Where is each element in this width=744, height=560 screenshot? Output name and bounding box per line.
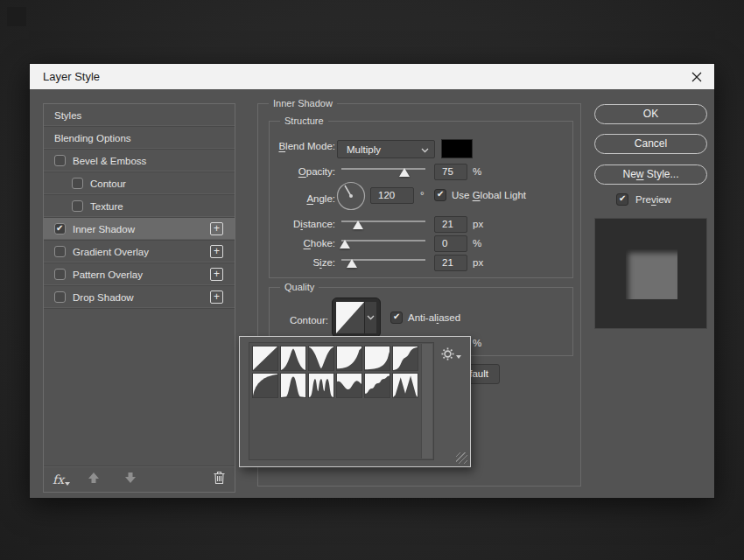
add-effect-instance-button[interactable]: + xyxy=(210,222,223,235)
choke-input[interactable]: 0 xyxy=(434,235,467,252)
delete-effect-button[interactable] xyxy=(213,471,226,488)
distance-label: Distance: xyxy=(270,219,335,229)
opacity-unit: % xyxy=(473,166,481,177)
distance-input[interactable]: 21 xyxy=(434,216,467,233)
contour-picker-button[interactable] xyxy=(332,298,381,338)
contour-preset-cove-shallow-icon[interactable] xyxy=(364,346,390,371)
sidebar-item-bevel-emboss[interactable]: Bevel & Emboss xyxy=(44,150,235,172)
anti-aliased-checkbox[interactable] xyxy=(390,312,403,324)
noise-unit: % xyxy=(473,338,481,348)
distance-unit: px xyxy=(473,219,483,229)
contour-preset-rolling-slope-descending-icon[interactable] xyxy=(336,373,362,398)
close-icon xyxy=(691,72,702,82)
effect-enable-checkbox[interactable] xyxy=(54,223,66,234)
add-effect-instance-button[interactable]: + xyxy=(210,268,223,281)
sidebar-item-label: Contour xyxy=(90,178,126,189)
arrow-up-icon xyxy=(87,471,101,485)
angle-dial-center xyxy=(349,194,353,198)
add-effect-instance-button[interactable]: + xyxy=(210,290,223,304)
use-global-light-label: Use Global Light xyxy=(452,190,526,200)
angle-input[interactable]: 120 xyxy=(370,187,414,204)
close-button[interactable] xyxy=(688,68,705,86)
angle-label: Angle: xyxy=(270,193,335,204)
preview-checkbox[interactable] xyxy=(616,193,628,206)
contour-preset-popup xyxy=(239,336,471,467)
sidebar-item-label: Texture xyxy=(90,201,123,212)
effect-enable-checkbox[interactable] xyxy=(54,155,66,166)
contour-preset-cone-icon[interactable] xyxy=(280,346,306,371)
ok-button[interactable]: OK xyxy=(594,104,707,124)
effect-enable-checkbox[interactable] xyxy=(72,178,83,189)
use-global-light-checkbox[interactable] xyxy=(434,189,446,201)
blend-mode-label: Blend Mode: xyxy=(270,141,335,151)
sidebar-item-label: Blending Options xyxy=(54,133,131,144)
contour-preset-ring-icon[interactable] xyxy=(280,373,306,398)
contour-preset-sawtooth-1-icon[interactable] xyxy=(392,373,418,398)
sidebar-footer: fx xyxy=(44,466,235,492)
preset-menu-button[interactable] xyxy=(441,347,461,360)
angle-dial[interactable] xyxy=(336,181,366,214)
blend-mode-value: Multiply xyxy=(347,144,381,155)
slider-thumb[interactable] xyxy=(399,168,410,177)
effect-enable-checkbox[interactable] xyxy=(54,246,66,257)
contour-preset-grid xyxy=(252,346,418,398)
choke-slider[interactable] xyxy=(341,237,425,248)
contour-preset-rounded-steps-icon[interactable] xyxy=(364,373,390,398)
distance-slider[interactable] xyxy=(341,218,425,228)
dialog-title: Layer Style xyxy=(30,70,100,83)
contour-preset-cove-deep-icon[interactable] xyxy=(336,346,362,371)
opacity-input[interactable]: 75 xyxy=(434,164,467,180)
move-effect-up-button[interactable] xyxy=(87,471,101,488)
contour-preset-linear-icon[interactable] xyxy=(252,346,278,371)
sidebar-list: StylesBlending OptionsBevel & EmbossCont… xyxy=(44,104,235,309)
cancel-button[interactable]: Cancel xyxy=(594,134,707,154)
structure-legend: Structure xyxy=(280,116,328,126)
contour-dropdown-arrow[interactable] xyxy=(364,302,376,333)
popup-scrollbar[interactable] xyxy=(421,344,432,458)
contour-preset-ring-double-icon[interactable] xyxy=(308,373,334,398)
dialog-titlebar[interactable]: Layer Style xyxy=(30,64,714,89)
move-effect-down-button[interactable] xyxy=(123,471,137,488)
effect-enable-checkbox[interactable] xyxy=(54,269,66,280)
sidebar-item-blending-options[interactable]: Blending Options xyxy=(44,127,235,150)
effect-preview-thumbnail xyxy=(594,218,707,329)
sidebar-item-texture[interactable]: Texture xyxy=(44,195,235,218)
sidebar-item-contour[interactable]: Contour xyxy=(44,172,235,195)
sidebar-item-drop-shadow[interactable]: Drop Shadow+ xyxy=(44,286,235,309)
choke-label: Choke: xyxy=(270,238,335,248)
slider-thumb[interactable] xyxy=(353,220,363,229)
new-style-button[interactable]: New Style... xyxy=(594,164,707,185)
trash-icon xyxy=(213,471,226,485)
effect-enable-checkbox[interactable] xyxy=(54,291,66,303)
chevron-down-icon xyxy=(367,315,375,320)
sidebar-item-pattern-overlay[interactable]: Pattern Overlay+ xyxy=(44,263,235,286)
contour-preset-half-round-icon[interactable] xyxy=(252,373,278,398)
size-label: Size: xyxy=(270,257,335,268)
popup-resize-grip[interactable] xyxy=(456,452,467,464)
angle-dial-needle xyxy=(345,186,351,196)
contour-preset-well xyxy=(249,342,434,460)
blend-mode-dropdown[interactable]: Multiply xyxy=(337,140,435,158)
desktop: Layer Style StylesBlending OptionsBevel … xyxy=(0,0,744,560)
anti-aliased-label: Anti-aliased xyxy=(408,312,460,323)
size-slider[interactable] xyxy=(341,256,425,267)
add-effect-instance-button[interactable]: + xyxy=(210,245,223,258)
fx-menu-button[interactable]: fx xyxy=(53,472,64,486)
chevron-down-icon xyxy=(421,148,429,153)
sidebar-item-inner-shadow[interactable]: Inner Shadow+ xyxy=(44,218,235,241)
effect-enable-checkbox[interactable] xyxy=(72,200,83,212)
shadow-color-swatch[interactable] xyxy=(441,139,473,158)
inner-shadow-legend: Inner Shadow xyxy=(269,98,337,108)
sidebar-item-gradient-overlay[interactable]: Gradient Overlay+ xyxy=(44,241,235,263)
fx-caret-icon xyxy=(65,482,70,486)
size-unit: px xyxy=(473,257,483,268)
slider-thumb[interactable] xyxy=(340,240,350,248)
sidebar-item-styles[interactable]: Styles xyxy=(44,104,235,127)
contour-preset-gaussian-icon[interactable] xyxy=(392,346,418,371)
contour-preset-cone-inverted-icon[interactable] xyxy=(308,346,334,371)
sidebar-item-label: Bevel & Emboss xyxy=(73,156,146,166)
size-input[interactable]: 21 xyxy=(434,255,467,271)
opacity-slider[interactable] xyxy=(341,165,425,176)
arrow-down-icon xyxy=(123,471,137,485)
slider-thumb[interactable] xyxy=(347,259,357,268)
